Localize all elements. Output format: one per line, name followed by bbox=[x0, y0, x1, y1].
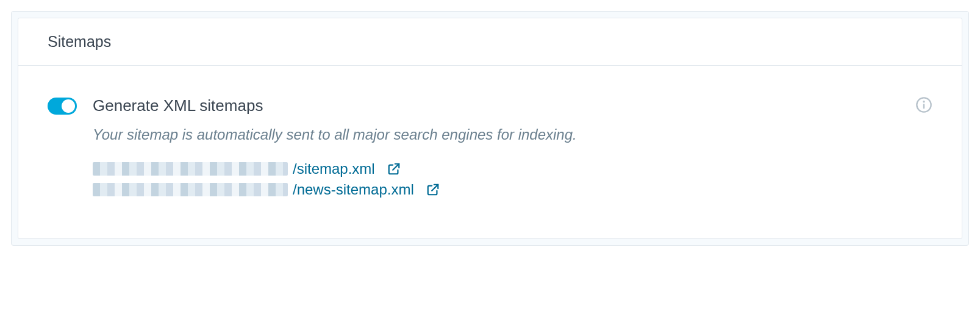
sitemap-link-row: /sitemap.xml bbox=[93, 160, 932, 177]
sitemap-link-row: /news-sitemap.xml bbox=[93, 181, 932, 198]
card-header: Sitemaps bbox=[18, 18, 962, 66]
card-body: Generate XML sitemaps Your sitemap is au… bbox=[18, 66, 962, 238]
svg-point-1 bbox=[923, 101, 925, 102]
info-icon bbox=[915, 96, 932, 113]
external-link-icon bbox=[426, 183, 440, 196]
sitemap-link[interactable]: /sitemap.xml bbox=[293, 160, 375, 177]
card-title: Sitemaps bbox=[48, 33, 111, 50]
generate-sitemaps-toggle[interactable] bbox=[48, 98, 77, 115]
news-sitemap-link[interactable]: /news-sitemap.xml bbox=[293, 181, 414, 198]
open-sitemap-external[interactable] bbox=[387, 162, 401, 176]
setting-description: Your sitemap is automatically sent to al… bbox=[93, 126, 932, 143]
info-button[interactable] bbox=[915, 96, 932, 113]
open-news-sitemap-external[interactable] bbox=[426, 183, 440, 196]
sitemap-links: /sitemap.xml /news-sitemap.xml bbox=[93, 160, 932, 198]
toggle-knob bbox=[62, 99, 75, 113]
settings-panel: Sitemaps Generate XML sitemaps Your site… bbox=[11, 11, 969, 246]
external-link-icon bbox=[387, 162, 401, 176]
setting-label: Generate XML sitemaps bbox=[93, 96, 263, 115]
svg-rect-2 bbox=[923, 104, 925, 109]
sitemaps-card: Sitemaps Generate XML sitemaps Your site… bbox=[18, 18, 962, 239]
setting-row: Generate XML sitemaps bbox=[48, 96, 932, 115]
redacted-domain bbox=[93, 183, 288, 196]
redacted-domain bbox=[93, 162, 288, 176]
